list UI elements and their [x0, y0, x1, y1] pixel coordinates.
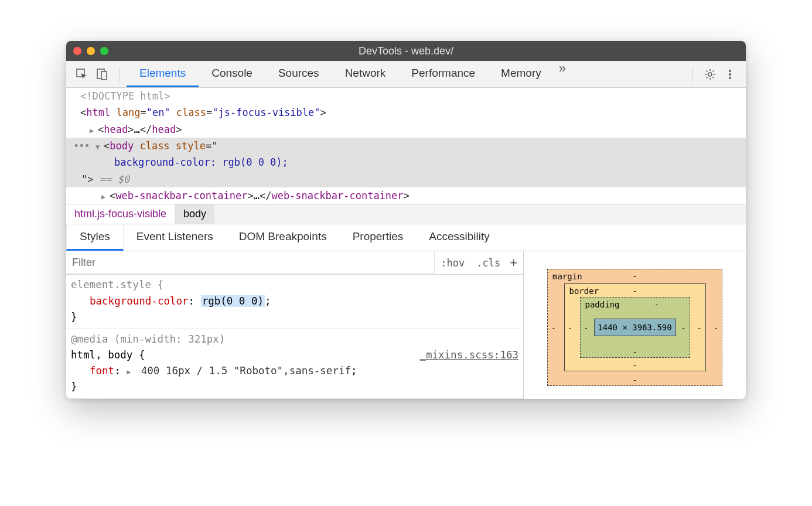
titlebar: DevTools - web.dev/ — [66, 41, 746, 61]
body-style-content[interactable]: background-color: rgb(0 0 0); — [66, 154, 746, 170]
breadcrumb: html.js-focus-visible body — [66, 204, 746, 224]
crumb-body[interactable]: body — [175, 204, 214, 224]
svg-rect-2 — [101, 71, 107, 80]
svg-point-4 — [729, 70, 731, 72]
devtools-window: DevTools - web.dev/ Elements Console Sou… — [66, 41, 746, 399]
svg-point-3 — [708, 73, 712, 76]
style-rules[interactable]: element.style { background-color: rgb(0 … — [66, 275, 523, 399]
device-toolbar-icon[interactable] — [95, 68, 108, 81]
svg-point-6 — [729, 77, 731, 79]
dom-tree[interactable]: <!DOCTYPE html> <html lang="en" class="j… — [66, 88, 746, 204]
tab-properties[interactable]: Properties — [340, 224, 417, 251]
tab-memory[interactable]: Memory — [488, 61, 554, 87]
tab-dom-breakpoints[interactable]: DOM Breakpoints — [226, 224, 340, 251]
media-rule[interactable]: @media (min-width: 321px) html, body {_m… — [66, 329, 523, 399]
tab-styles[interactable]: Styles — [66, 224, 124, 251]
inspect-icon[interactable] — [76, 68, 88, 81]
body-node-end[interactable]: "> == $0 — [66, 171, 746, 187]
tab-console[interactable]: Console — [199, 61, 265, 87]
filter-row: :hov .cls + — [66, 251, 523, 275]
styles-filter-input[interactable] — [66, 251, 435, 274]
more-icon[interactable] — [724, 68, 736, 81]
main-toolbar: Elements Console Sources Network Perform… — [66, 61, 746, 88]
highlighted-value[interactable]: rgb(0 0 0) — [201, 295, 265, 307]
snackbar-node[interactable]: ▶<web-snackbar-container>…</web-snackbar… — [66, 187, 746, 204]
source-link[interactable]: _mixins.scss:163 — [419, 347, 518, 363]
tabs-overflow-button[interactable]: » — [554, 61, 571, 87]
cls-button[interactable]: .cls — [470, 257, 506, 269]
hov-button[interactable]: :hov — [435, 257, 470, 269]
tab-network[interactable]: Network — [332, 61, 399, 87]
tab-sources[interactable]: Sources — [265, 61, 332, 87]
tab-event-listeners[interactable]: Event Listeners — [124, 224, 226, 251]
settings-icon[interactable] — [704, 68, 717, 81]
box-model-border[interactable]: border - - - - padding - - - - 1440 × 39… — [564, 283, 706, 371]
toolbar-divider — [119, 67, 120, 82]
tab-performance[interactable]: Performance — [398, 61, 488, 87]
sidebar-tabs: Styles Event Listeners DOM Breakpoints P… — [66, 224, 746, 251]
styles-pane: :hov .cls + element.style { background-c… — [66, 251, 523, 399]
tab-elements[interactable]: Elements — [127, 61, 199, 87]
element-style-rule[interactable]: element.style { background-color: rgb(0 … — [66, 275, 523, 329]
expand-icon[interactable]: ▶ — [101, 192, 110, 203]
ellipsis-icon: ••• — [73, 140, 90, 152]
toolbar-divider — [692, 67, 693, 82]
svg-point-5 — [729, 73, 731, 76]
new-rule-button[interactable]: + — [506, 255, 523, 271]
body-node[interactable]: ••• ▼<body class style=" — [66, 138, 746, 154]
tab-accessibility[interactable]: Accessibility — [416, 224, 502, 251]
collapse-icon[interactable]: ▼ — [95, 142, 104, 153]
styles-body: :hov .cls + element.style { background-c… — [66, 251, 746, 399]
selected-node-badge: == $0 — [100, 173, 129, 185]
head-node[interactable]: ▶<head>…</head> — [66, 121, 746, 138]
box-model-panel: margin - - - - border - - - - padding - … — [523, 251, 746, 399]
box-model-padding[interactable]: padding - - - - 1440 × 3963.590 — [580, 297, 690, 358]
expand-icon[interactable]: ▶ — [90, 125, 98, 136]
panel-tabs: Elements Console Sources Network Perform… — [127, 61, 685, 87]
box-model-margin[interactable]: margin - - - - border - - - - padding - … — [547, 269, 722, 386]
box-model-content[interactable]: 1440 × 3963.590 — [594, 319, 676, 336]
html-node[interactable]: <html lang="en" class="js-focus-visible"… — [66, 104, 746, 121]
doctype-node[interactable]: <!DOCTYPE html> — [80, 90, 170, 102]
window-title: DevTools - web.dev/ — [66, 45, 746, 57]
expand-icon[interactable]: ▶ — [127, 367, 135, 378]
crumb-html[interactable]: html.js-focus-visible — [66, 204, 175, 224]
